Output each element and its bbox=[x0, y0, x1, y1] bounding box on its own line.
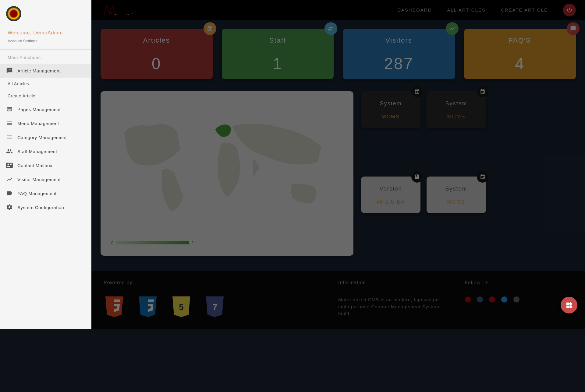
legend-gradient bbox=[116, 241, 189, 244]
facebook-icon[interactable] bbox=[477, 296, 483, 303]
card-value: 0 bbox=[110, 54, 204, 73]
nav-links: DASHBOARD ALL ARTICLES CREATE ARTICLE bbox=[397, 4, 576, 16]
pinterest-icon[interactable] bbox=[489, 296, 495, 303]
class-icon bbox=[414, 174, 420, 180]
info-card-system-1[interactable]: System MCMS bbox=[361, 91, 420, 128]
footer: Powered by 5 7 Information Materialized … bbox=[91, 271, 585, 329]
info-value: MCMS bbox=[369, 114, 413, 120]
sidebar-logo-area bbox=[0, 0, 91, 29]
trending-icon bbox=[6, 176, 13, 183]
sidebar-item-menu-management[interactable]: Menu Management bbox=[0, 116, 91, 130]
info-icon bbox=[411, 171, 423, 183]
contact-mail-icon bbox=[6, 162, 13, 169]
php-icon: 7 bbox=[204, 296, 225, 321]
twitter-icon[interactable] bbox=[501, 296, 507, 303]
social-icons bbox=[465, 296, 573, 303]
welcome-text: Welcome, DemoAdmin bbox=[0, 29, 91, 39]
mid-row: 0 2 System MCMS System MCMS bbox=[101, 91, 576, 256]
sidebar-item-staff-management[interactable]: Staff Management bbox=[0, 144, 91, 158]
stat-card-faqs[interactable]: FAQ'S 4 bbox=[464, 29, 576, 79]
info-title: System bbox=[369, 100, 413, 110]
footer-follow-us: Follow Us bbox=[465, 280, 573, 320]
sidebar: Welcome, DemoAdmin Account Settings Main… bbox=[0, 0, 91, 329]
map-legend: 0 2 bbox=[111, 240, 193, 245]
card-title: Staff bbox=[231, 37, 325, 48]
card-icon bbox=[567, 22, 580, 35]
widgets-icon bbox=[566, 302, 573, 309]
info-card-system-2[interactable]: System MCMS bbox=[427, 91, 486, 128]
info-value: v0.5.0-EA bbox=[369, 199, 413, 205]
world-map[interactable] bbox=[110, 100, 344, 228]
group-icon bbox=[6, 148, 13, 155]
card-value: 1 bbox=[231, 54, 325, 73]
sidebar-item-label: Menu Management bbox=[17, 121, 59, 126]
world-map-svg bbox=[110, 100, 344, 228]
dashboard-content: Articles 0 Staff 1 Visitors 287 FAQ'S 4 bbox=[91, 20, 585, 265]
css3-icon bbox=[137, 296, 158, 321]
sidebar-item-category-management[interactable]: Category Management bbox=[0, 130, 91, 144]
sidebar-item-pages-management[interactable]: Pages Management bbox=[0, 102, 91, 116]
top-nav: DASHBOARD ALL ARTICLES CREATE ARTICLE bbox=[91, 0, 585, 20]
label-icon bbox=[6, 190, 13, 197]
info-card-system-3[interactable]: System MCMS bbox=[427, 177, 486, 213]
stat-card-visitors[interactable]: Visitors 287 bbox=[343, 29, 455, 79]
sidebar-item-system-configuration[interactable]: System Configuration bbox=[0, 200, 91, 214]
info-title: System bbox=[434, 186, 478, 195]
event-icon bbox=[414, 89, 420, 94]
speaker-notes-icon bbox=[6, 67, 13, 74]
pages-icon bbox=[6, 106, 13, 113]
account-settings-link[interactable]: Account Settings bbox=[0, 39, 91, 49]
sidebar-sub-create-article[interactable]: Create Article bbox=[0, 90, 91, 102]
stat-card-articles[interactable]: Articles 0 bbox=[101, 29, 213, 79]
list-icon bbox=[6, 134, 13, 141]
sidebar-item-label: System Configuration bbox=[17, 205, 64, 210]
footer-info-text: Materialized CMS is an modern, lightweig… bbox=[338, 296, 446, 317]
sidebar-item-faq-management[interactable]: FAQ Management bbox=[0, 186, 91, 200]
event-icon bbox=[480, 89, 485, 94]
card-icon bbox=[324, 22, 337, 35]
info-icon bbox=[477, 171, 488, 183]
card-icon bbox=[446, 22, 459, 35]
info-card-version[interactable]: Version v0.5.0-EA bbox=[361, 177, 420, 213]
sidebar-item-contact-mailbox[interactable]: Contact Mailbox bbox=[0, 158, 91, 172]
card-icon bbox=[204, 22, 216, 35]
stat-cards-row: Articles 0 Staff 1 Visitors 287 FAQ'S 4 bbox=[101, 29, 576, 79]
legend-min: 0 bbox=[111, 240, 113, 245]
nav-link-dashboard[interactable]: DASHBOARD bbox=[397, 7, 432, 12]
sidebar-item-label: Contact Mailbox bbox=[17, 163, 52, 168]
info-icon bbox=[477, 86, 488, 97]
fab-button[interactable] bbox=[561, 297, 577, 313]
footer-title: Follow Us bbox=[465, 280, 573, 290]
app-logo bbox=[6, 6, 21, 21]
stat-card-staff[interactable]: Staff 1 bbox=[222, 29, 334, 79]
card-title: Visitors bbox=[352, 37, 446, 48]
footer-information: Information Materialized CMS is an moder… bbox=[338, 280, 446, 320]
trending-icon bbox=[449, 26, 455, 32]
legend-max: 2 bbox=[191, 240, 193, 245]
group-icon bbox=[328, 26, 334, 32]
sidebar-item-label: Category Management bbox=[17, 135, 67, 140]
menu-icon bbox=[6, 120, 13, 127]
card-title: FAQ'S bbox=[473, 37, 567, 48]
card-value: 4 bbox=[473, 54, 567, 73]
sidebar-item-visitor-management[interactable]: Visitor Management bbox=[0, 172, 91, 186]
footer-title: Powered by bbox=[104, 280, 320, 290]
comment-icon bbox=[570, 26, 576, 32]
power-button[interactable] bbox=[563, 4, 576, 16]
section-label: Main Functions bbox=[0, 50, 91, 64]
nav-link-all-articles[interactable]: ALL ARTICLES bbox=[447, 7, 486, 12]
info-value: MCMS bbox=[434, 199, 478, 205]
sidebar-item-article-management[interactable]: Article Management bbox=[0, 64, 91, 78]
card-value: 287 bbox=[352, 54, 446, 73]
info-cards-grid: System MCMS System MCMS Version v0.5.0-E… bbox=[361, 91, 486, 256]
nav-link-create-article[interactable]: CREATE ARTICLE bbox=[501, 7, 548, 12]
sidebar-sub-all-articles[interactable]: All Articles bbox=[0, 78, 91, 90]
event-note-icon bbox=[207, 26, 213, 32]
js-icon: 5 bbox=[171, 296, 192, 321]
sidebar-item-label: Visitor Management bbox=[17, 177, 61, 182]
linkedin-icon[interactable] bbox=[513, 296, 519, 303]
brand-logo[interactable] bbox=[101, 2, 137, 18]
card-title: Articles bbox=[110, 37, 204, 48]
svg-text:5: 5 bbox=[179, 303, 184, 312]
youtube-icon[interactable] bbox=[465, 296, 471, 303]
